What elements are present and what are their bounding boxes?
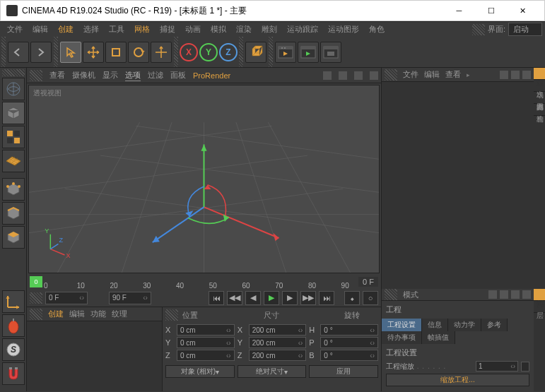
lock-icon[interactable]	[522, 290, 531, 299]
minimize-button[interactable]: ─	[443, 1, 475, 20]
size-X-input[interactable]: 200 cm‹›	[249, 324, 307, 335]
menu-文件[interactable]: 文件	[3, 23, 27, 36]
prev-key-button[interactable]: ◀◀	[227, 291, 242, 305]
vp-nav-icon[interactable]	[323, 71, 332, 80]
timeline-marker[interactable]: 0	[30, 276, 42, 287]
fwd-icon[interactable]	[500, 290, 508, 299]
tweak-tool[interactable]	[2, 314, 25, 337]
edge-mode-button[interactable]	[2, 202, 25, 225]
last-tool[interactable]	[151, 42, 172, 63]
prev-frame-button[interactable]: ◀	[245, 291, 261, 305]
close-button[interactable]: ✕	[507, 1, 539, 20]
material-manager[interactable]	[27, 321, 162, 391]
rotate-tool[interactable]	[128, 42, 149, 63]
menu-捕捉[interactable]: 捕捉	[156, 23, 180, 36]
mat-menu-纹理[interactable]: 纹理	[112, 309, 127, 319]
menu-选择[interactable]: 选择	[79, 23, 103, 36]
menu-渲染[interactable]: 渲染	[232, 23, 256, 36]
menu-工具[interactable]: 工具	[105, 23, 129, 36]
view-icon[interactable]	[522, 71, 531, 79]
vp-menu-摄像机[interactable]: 摄像机	[72, 70, 95, 81]
mat-menu-功能[interactable]: 功能	[90, 309, 106, 319]
vp-nav-icon[interactable]	[370, 71, 378, 80]
search-icon[interactable]	[500, 71, 508, 79]
back-icon[interactable]	[488, 290, 497, 299]
coord-system-button[interactable]	[245, 42, 266, 63]
tab-objects[interactable]: 对象	[534, 68, 545, 80]
viewport[interactable]: 透视视图	[28, 85, 380, 273]
vp-menu-查看[interactable]: 查看	[49, 70, 65, 81]
menu-创建[interactable]: 创建	[54, 23, 78, 36]
obj-menu-编辑[interactable]: 编辑	[424, 69, 440, 80]
polygon-mode-button[interactable]	[2, 226, 25, 249]
rot-H-input[interactable]: 0 °‹›	[320, 324, 378, 335]
autokey-button[interactable]: ○	[363, 291, 378, 305]
menu-运动跟踪[interactable]: 运动跟踪	[283, 23, 322, 36]
vp-nav-icon[interactable]	[354, 71, 363, 80]
redo-button[interactable]	[30, 42, 52, 63]
vp-menu-面板[interactable]: 面板	[170, 70, 186, 81]
rot-P-input[interactable]: 0 °‹›	[320, 337, 378, 348]
pos-X-input[interactable]: 0 cm‹›	[177, 324, 235, 335]
menu-网格[interactable]: 网格	[130, 23, 154, 36]
tab-takes[interactable]: 场次	[534, 80, 545, 92]
vp-menu-选项[interactable]: 选项	[125, 70, 141, 81]
vp-menu-显示[interactable]: 显示	[102, 70, 118, 81]
next-key-button[interactable]: ▶▶	[300, 291, 316, 305]
tab-attributes[interactable]: 属性	[534, 289, 545, 301]
coord-mode-select[interactable]: 对象 (相对) ▾	[165, 365, 235, 378]
tab-browser[interactable]: 内容浏览器	[534, 92, 545, 104]
size-mode-select[interactable]: 绝对尺寸 ▾	[238, 365, 307, 378]
point-mode-button[interactable]	[2, 178, 25, 201]
tab-dynamics[interactable]: 动力学	[448, 319, 481, 331]
next-frame-button[interactable]: ▶	[282, 291, 298, 305]
tab-info[interactable]: 信息	[422, 319, 448, 331]
maximize-button[interactable]: ☐	[475, 1, 507, 20]
workplane-button[interactable]	[2, 150, 25, 172]
timeline[interactable]: 0 0102030405060708090 0 F	[27, 275, 381, 289]
menu-编辑[interactable]: 编辑	[28, 23, 52, 36]
magnet-tool[interactable]	[2, 362, 25, 385]
z-axis-toggle[interactable]: Z	[219, 43, 238, 61]
menu-动画[interactable]: 动画	[181, 23, 205, 36]
model-mode-button[interactable]	[2, 102, 25, 124]
snap-tool[interactable]: S	[2, 338, 25, 361]
attr-mode-menu[interactable]: 模式	[403, 290, 418, 300]
filter-icon[interactable]	[511, 71, 520, 79]
mat-menu-创建[interactable]: 创建	[48, 309, 64, 319]
tab-interp[interactable]: 帧插值	[422, 331, 455, 344]
size-Y-input[interactable]: 200 cm‹›	[249, 337, 307, 348]
object-manager[interactable]	[382, 82, 534, 289]
obj-menu-查看[interactable]: 查看	[445, 69, 461, 80]
undo-button[interactable]	[8, 42, 29, 63]
frame-end-input[interactable]: 90 F‹›	[109, 292, 151, 304]
goto-start-button[interactable]: ⏮	[209, 291, 224, 305]
render-pv-button[interactable]	[298, 42, 319, 63]
pos-Z-input[interactable]: 0 cm‹›	[177, 350, 235, 361]
apply-button[interactable]: 应用	[309, 365, 378, 378]
tab-layers[interactable]: 层	[534, 301, 545, 313]
menu-雕刻[interactable]: 雕刻	[257, 23, 281, 36]
scale-tool[interactable]	[105, 42, 127, 63]
pos-Y-input[interactable]: 0 cm‹›	[177, 337, 235, 348]
select-tool[interactable]	[60, 42, 81, 63]
axis-tool[interactable]	[2, 290, 25, 313]
prorender-menu[interactable]: ProRender	[193, 71, 230, 80]
make-editable-button[interactable]	[2, 78, 25, 100]
up-icon[interactable]	[511, 290, 520, 299]
rot-B-input[interactable]: 0 °‹›	[320, 350, 378, 361]
unit-select[interactable]	[521, 362, 529, 372]
obj-menu-文件[interactable]: 文件	[403, 69, 418, 80]
record-button[interactable]: ⬥	[344, 291, 360, 305]
project-scale-input[interactable]: 1‹›	[476, 361, 518, 372]
scale-project-button[interactable]: 缩放工程...	[386, 374, 529, 386]
render-settings-button[interactable]	[320, 42, 341, 63]
tab-project-settings[interactable]: 工程设置	[382, 319, 422, 331]
vp-menu-过滤[interactable]: 过滤	[148, 70, 163, 81]
tab-structure[interactable]: 构造	[534, 104, 545, 116]
move-tool[interactable]	[83, 42, 104, 63]
render-view-button[interactable]	[275, 42, 296, 63]
layout-select[interactable]: 启动	[508, 23, 542, 36]
frame-start-input[interactable]: 0 F‹›	[45, 292, 88, 304]
goto-end-button[interactable]: ⏭	[319, 291, 334, 305]
